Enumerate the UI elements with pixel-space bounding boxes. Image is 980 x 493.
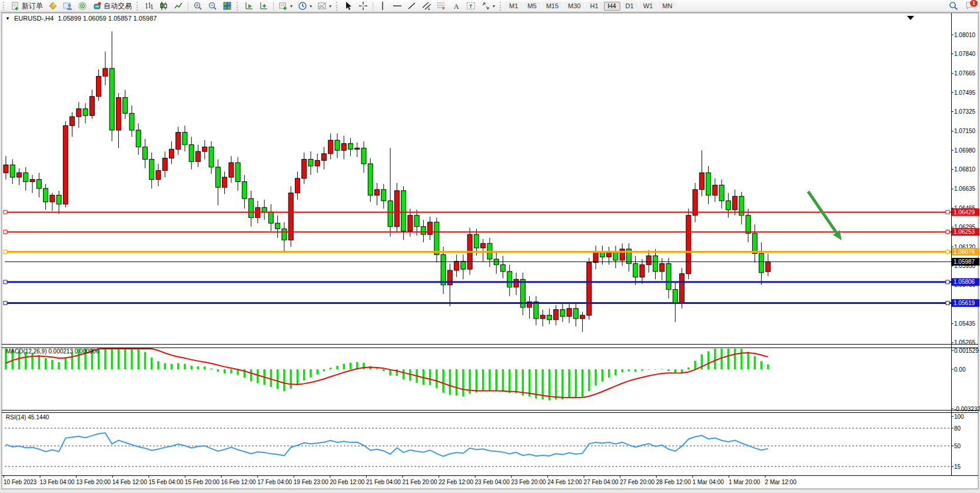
period-button[interactable]: ▾: [295, 1, 314, 12]
timeframe-button-MN[interactable]: MN: [658, 2, 676, 11]
price-tick-label: 1.06810: [954, 166, 976, 173]
price-badge-label: 1.06076: [954, 249, 975, 255]
notifications-button[interactable]: 1: [961, 1, 979, 12]
indicator-window-button[interactable]: [242, 1, 256, 12]
timeframe-button-H1[interactable]: H1: [586, 2, 602, 11]
candle-down: [388, 201, 393, 227]
time-tick-label: 1 Mar 20:00: [729, 479, 760, 485]
macd-histogram-bar: [429, 369, 431, 385]
macd-histogram-bar: [562, 369, 564, 399]
chart-symbol-period: EURUSD-,H4: [14, 15, 54, 22]
macd-histogram-bar: [614, 369, 617, 375]
candle-down: [215, 167, 220, 187]
chart-dropdown-icon[interactable]: ▼: [5, 16, 10, 21]
label-tool-button[interactable]: T: [464, 1, 478, 12]
price-tick-label: 1.07325: [954, 108, 976, 115]
hline-anchor[interactable]: [946, 301, 949, 305]
horizontal-line-tool-button[interactable]: [390, 1, 404, 12]
macd-tick-label: 0.001529: [954, 348, 979, 354]
toolbar-grip[interactable]: [500, 2, 503, 11]
timeframe-button-M1[interactable]: M1: [505, 2, 522, 11]
fibonacci-tool-button[interactable]: F: [434, 1, 449, 12]
hline-anchor[interactable]: [946, 210, 949, 214]
macd-histogram-bar: [568, 369, 570, 398]
timeframe-button-W1[interactable]: W1: [639, 2, 657, 11]
macd-histogram-bar: [647, 369, 650, 370]
toolbar-separator: [273, 2, 274, 11]
search-button[interactable]: [946, 1, 961, 12]
trendline-icon: [407, 1, 417, 11]
line-chart-type-button[interactable]: [171, 1, 185, 12]
hline-anchor[interactable]: [946, 250, 949, 253]
zoom-out-button[interactable]: [205, 1, 220, 12]
hline-anchor[interactable]: [4, 210, 7, 214]
candle-up: [580, 315, 585, 319]
template-button[interactable]: ▾: [315, 1, 334, 12]
candle-down: [335, 140, 340, 150]
candle-down: [414, 216, 419, 227]
macd-histogram-bar: [31, 353, 34, 369]
chart-canvas[interactable]: 1.080101.078401.076651.074951.073251.071…: [0, 0, 980, 493]
vertical-line-tool-button[interactable]: [376, 1, 390, 12]
hline-anchor[interactable]: [4, 230, 7, 234]
equidistant-channel-tool-button[interactable]: E: [420, 1, 434, 12]
timeframe-button-H4[interactable]: H4: [604, 2, 620, 11]
zoom-out-icon: [208, 1, 217, 11]
toolbar-grip[interactable]: [137, 2, 139, 11]
timeframe-button-D1[interactable]: D1: [622, 2, 638, 11]
cursor-button[interactable]: [341, 1, 356, 12]
candle-down: [666, 264, 671, 290]
toolbar-grip[interactable]: [336, 2, 339, 11]
toolbar-grip[interactable]: [237, 2, 240, 11]
text-tool-button[interactable]: A: [449, 1, 463, 12]
new-chart-button[interactable]: ▾: [276, 1, 295, 12]
hline-anchor[interactable]: [4, 301, 7, 305]
hline-anchor[interactable]: [946, 230, 949, 234]
new-order-button[interactable]: 新订单: [8, 1, 45, 12]
macd-histogram-bar: [297, 369, 299, 385]
timeframe-button-M15[interactable]: M15: [542, 2, 563, 11]
candlestick-type-button[interactable]: [157, 1, 171, 12]
candle-up: [640, 264, 645, 277]
timeframe-button-M30[interactable]: M30: [564, 2, 584, 11]
timeframe-button-M5[interactable]: M5: [523, 2, 540, 11]
macd-histogram-bar: [283, 369, 285, 391]
candle-down: [474, 234, 479, 248]
trendline-tool-button[interactable]: [405, 1, 419, 12]
arrows-tool-button[interactable]: ▾: [479, 1, 497, 12]
tile-windows-button[interactable]: [220, 1, 234, 12]
candle-down: [534, 302, 539, 319]
timeframe-group: M1M5M15M30H1H4D1W1MN: [505, 2, 676, 11]
hline-anchor[interactable]: [4, 280, 7, 284]
toolbar-grip[interactable]: [3, 2, 6, 11]
market-depth-button[interactable]: [46, 1, 60, 12]
candle-down: [507, 272, 512, 287]
candle-up: [162, 158, 167, 171]
time-tick-label: 17 Feb 04:00: [257, 479, 292, 485]
candle-down: [308, 159, 313, 166]
candle-down: [242, 182, 247, 199]
candle-down: [136, 130, 141, 147]
candle-up: [176, 133, 181, 150]
auto-trading-button[interactable]: 自动交易: [90, 1, 134, 12]
crosshair-button[interactable]: [356, 1, 370, 12]
bar-chart-type-button[interactable]: [142, 1, 156, 12]
indicator-add-button[interactable]: [257, 1, 271, 12]
hline-anchor[interactable]: [4, 250, 7, 253]
profile-button[interactable]: [61, 1, 75, 12]
hline-anchor[interactable]: [946, 280, 949, 284]
candle-up: [554, 310, 559, 320]
macd-histogram-bar: [747, 352, 749, 369]
macd-histogram-bar: [144, 352, 147, 369]
macd-indicator-label: MACD(12,26,9) 0.000213 0.000906: [6, 348, 99, 355]
macd-histogram-bar: [310, 369, 312, 378]
svg-text:T: T: [469, 4, 473, 9]
candle-down: [746, 216, 750, 233]
signals-button[interactable]: [75, 1, 89, 12]
macd-histogram-bar: [727, 349, 730, 369]
candle-down: [123, 98, 128, 114]
zoom-in-button[interactable]: [191, 1, 205, 12]
candle-down: [653, 256, 657, 272]
time-tick-label: 22 Feb 12:00: [438, 479, 473, 485]
macd-histogram-bar: [210, 369, 212, 369]
